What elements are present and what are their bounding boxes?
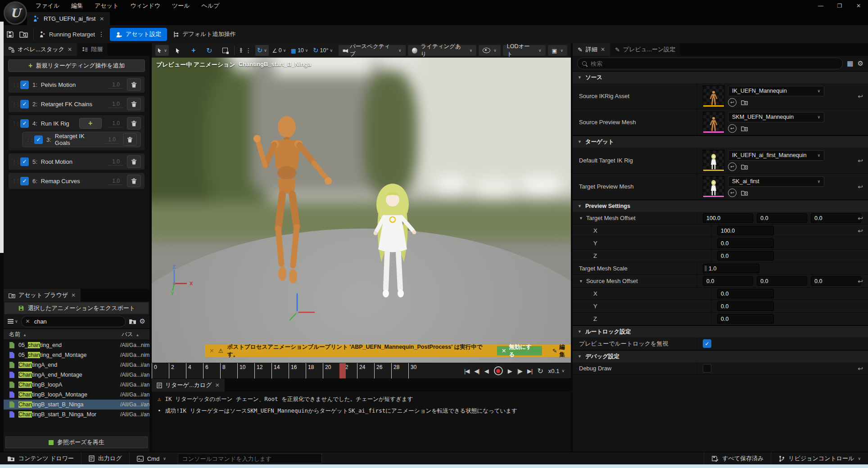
vector-z-field[interactable]: 0.0 <box>811 213 861 223</box>
drag-handle-icon[interactable]: ⋮⋮ <box>26 139 31 141</box>
drag-handle-icon[interactable]: ⋮⋮ <box>12 84 17 86</box>
use-selected-asset-icon[interactable]: ↩ <box>728 98 737 107</box>
reset-to-default-icon[interactable]: ↩ <box>858 183 863 190</box>
use-selected-asset-icon[interactable]: ↩ <box>728 124 737 133</box>
add-ik-goal-button[interactable]: + <box>79 118 102 129</box>
tab-details-close-icon[interactable]: ✕ <box>601 46 605 53</box>
screenshot-dropdown[interactable]: ▣ ∨ <box>548 45 567 56</box>
number-field[interactable]: 0.0 <box>717 251 774 261</box>
menu-tools[interactable]: ツール <box>166 0 196 12</box>
play-button[interactable] <box>508 368 512 374</box>
op-enabled-checkbox[interactable] <box>20 158 29 166</box>
op-enabled-checkbox[interactable] <box>20 119 29 128</box>
details-search-input[interactable] <box>590 60 838 68</box>
lod-dropdown[interactable]: LODオート ∨ <box>503 45 546 56</box>
filter-button[interactable]: ∨ <box>8 319 18 324</box>
view-mode-dropdown[interactable]: ライティングあり ∨ <box>408 45 477 56</box>
ignore-root-lock-checkbox[interactable] <box>703 339 711 348</box>
op-row-pelvis-motion[interactable]: ⋮⋮ 1: Pelvis Motion 1.0 <box>8 76 145 93</box>
browse-to-asset-icon[interactable] <box>741 164 748 170</box>
vector-x-field[interactable]: 100.0 <box>703 213 753 223</box>
vector-z-field[interactable]: 0.0 <box>811 276 861 286</box>
asset-thumbnail[interactable] <box>703 176 724 198</box>
details-settings-gear-icon[interactable]: ⚙ <box>858 59 863 68</box>
op-enabled-checkbox[interactable] <box>20 81 29 89</box>
viewport-3d-scene[interactable]: Z X Y プレビュー中 アニメーション ChantingB_start_B_N… <box>152 58 571 363</box>
browse-to-asset-button[interactable] <box>19 31 28 38</box>
reset-to-default-icon[interactable]: ↩ <box>858 365 863 372</box>
asset-row[interactable]: 05_chanting_end_Montage /All/Ga...nim/05… <box>4 350 149 360</box>
camera-perspective-dropdown[interactable]: ■◀ パースペクティブ ∨ <box>339 45 406 56</box>
revision-control-button[interactable]: リビジョンコントロール ∨ <box>771 452 868 465</box>
menu-file[interactable]: ファイル <box>30 0 65 12</box>
tab-retarget-log[interactable]: リターゲ...カログ ✕ <box>152 379 225 392</box>
default-chain-ops-button[interactable]: デフォルト追加操作 <box>172 30 236 38</box>
delete-op-button[interactable] <box>127 78 141 91</box>
playback-speed-dropdown[interactable]: x0.1 ∨ <box>548 368 565 374</box>
op-row-remap-curves[interactable]: ⋮⋮ 6: Remap Curves 1.0 <box>8 172 145 189</box>
running-retarget-button[interactable]: Running Retarget ⋮ <box>39 31 104 38</box>
add-retarget-op-button[interactable]: + 新規リターゲティング操作を追加 <box>8 59 145 72</box>
edit-postprocess-button[interactable]: ✎ 編集 <box>552 343 570 359</box>
asset-thumbnail[interactable] <box>703 112 724 133</box>
collapse-triangle-icon[interactable]: ▼ <box>579 216 583 220</box>
open-in-content-browser-button[interactable] <box>129 318 136 324</box>
doc-tab-close-icon[interactable]: ✕ <box>99 16 104 22</box>
go-to-front-button[interactable] <box>464 368 469 374</box>
transform-gizmo[interactable] <box>283 292 320 324</box>
op-row-run-ik-rig[interactable]: ⋮⋮ 4: Run IK Rig + 1.0 <box>9 115 145 131</box>
loop-button[interactable] <box>537 367 543 375</box>
tab-hierarchy[interactable]: 階層 <box>77 43 108 56</box>
tab-preview-scene-settings[interactable]: ✎ プレビュ...ーン設定 <box>610 43 680 56</box>
record-button[interactable] <box>494 366 503 375</box>
source-preview-mesh-dropdown[interactable]: SKM_UEFN_Mannequin ∨ <box>728 112 824 122</box>
asset-row[interactable]: ChantingB_start_B_Ninga_Mor /All/Ga...i/… <box>4 410 149 419</box>
debug-draw-checkbox[interactable] <box>703 364 711 373</box>
tab-op-stack-close-icon[interactable]: ✕ <box>68 46 72 53</box>
op-weight-spinbox[interactable]: 1.0 <box>108 158 123 166</box>
section-preview-settings[interactable]: ▼ Preview Settings <box>573 200 868 212</box>
cmd-dropdown[interactable]: Cmd ∨ <box>130 452 173 465</box>
vector-x-field[interactable]: 0.0 <box>703 276 753 286</box>
vector-y-field[interactable]: 0.0 <box>757 276 807 286</box>
delete-op-button[interactable] <box>127 98 141 110</box>
drag-handle-icon[interactable]: ⋮⋮ <box>12 103 17 105</box>
play-reference-pose-button[interactable]: 参照ポーズを再生 <box>5 436 148 448</box>
play-reverse-button[interactable] <box>484 368 489 374</box>
number-field[interactable]: 0.0 <box>717 302 774 311</box>
number-field[interactable]: 0.0 <box>717 289 774 298</box>
column-header-name[interactable]: 名前 <box>4 331 122 338</box>
clear-search-icon[interactable]: ✕ <box>26 318 30 324</box>
browse-to-asset-icon[interactable] <box>741 190 748 196</box>
drag-handle-icon[interactable]: ⋮⋮ <box>12 161 17 163</box>
timeline-playhead[interactable] <box>339 363 346 378</box>
op-weight-spinbox[interactable]: 1.0 <box>108 120 123 127</box>
reset-to-default-icon[interactable]: ↩ <box>858 278 863 285</box>
translate-tool-button[interactable]: + <box>187 45 200 56</box>
export-animations-button[interactable]: 選択したアニメーションをエクスポート <box>5 302 149 314</box>
op-weight-spinbox[interactable]: 1.0 <box>108 81 123 89</box>
op-enabled-checkbox[interactable] <box>20 177 29 185</box>
browse-to-asset-icon[interactable] <box>741 126 748 131</box>
reset-to-default-icon[interactable]: ↩ <box>858 215 863 222</box>
source-ikrig-dropdown[interactable]: IK_UEFN_Mannequin ∨ <box>728 86 824 96</box>
character-options-button[interactable]: ⋮ <box>237 45 253 56</box>
tab-details[interactable]: ✎ 詳細 ✕ <box>573 43 610 56</box>
use-selected-asset-icon[interactable]: ↩ <box>728 189 737 197</box>
select-tool-button[interactable] <box>171 45 185 56</box>
op-enabled-checkbox[interactable] <box>20 100 29 108</box>
step-forward-button[interactable] <box>517 368 522 374</box>
number-field[interactable]: 0.0 <box>717 314 774 324</box>
translate-snap-button[interactable]: ∠ 0 ∨ <box>271 45 288 56</box>
viewport-options-dropdown[interactable]: ∨ <box>155 45 169 56</box>
asset-settings-button[interactable]: アセット設定 <box>110 28 167 41</box>
asset-row-selected[interactable]: ChantingB_start_B_Ninga /All/Ga...i/anim… <box>4 400 149 410</box>
go-to-end-button[interactable] <box>527 368 532 374</box>
rotate-tool-button[interactable]: ↻ <box>203 45 216 56</box>
asset-thumbnail[interactable] <box>703 150 724 171</box>
asset-thumbnail[interactable] <box>703 86 724 107</box>
asset-browser-settings-gear-icon[interactable]: ⚙ <box>140 317 145 325</box>
number-field[interactable]: 100.0 <box>717 226 774 235</box>
menu-window[interactable]: ウィンドウ <box>124 0 166 12</box>
retargeter-doc-tab[interactable]: RTG_UEFN_ai_first ✕ <box>27 12 110 25</box>
